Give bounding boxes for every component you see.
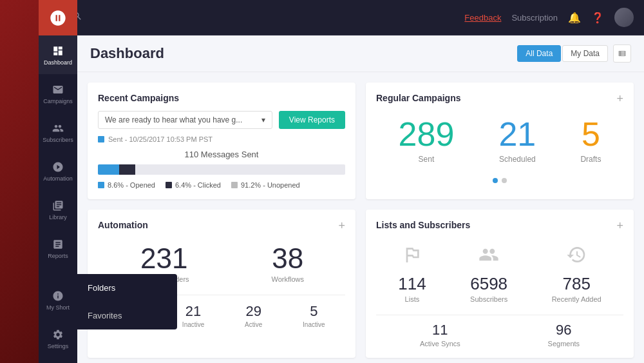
active-label: Active [245,321,262,328]
sidebar-item-reports[interactable]: Reports [39,229,77,268]
workflows-stat: 38 Workflows [272,244,305,283]
lists-icon [402,244,422,270]
recent-campaigns-card: Recent Campaigns We are ready to hear wh… [88,83,355,199]
sidebar-logo[interactable] [39,0,77,35]
active-syncs-count: 11 [420,322,460,338]
logo-icon [49,9,67,27]
subscribers-icon [52,122,64,135]
myshort-icon [52,289,64,302]
feedback-link[interactable]: Feedback [464,13,501,23]
opened-stat: 8.6% - Opened [98,181,155,189]
automation-icon [52,161,64,173]
reg-stat-drafts: 5 Drafts [580,117,601,164]
sidebar-item-myshort[interactable]: My Short [39,280,77,319]
lists-count: 114 [398,274,426,294]
progress-bar-opened [98,164,119,175]
sent-dot [98,136,104,142]
sidebar-item-dashboard[interactable]: Dashboard [39,35,77,74]
settings-icon [52,328,64,341]
carousel-dot-2[interactable] [502,178,507,183]
carousel-dots [376,178,623,183]
dashboard-icon [52,44,64,57]
reg-stat-sent: 289 Sent [399,117,455,164]
automation-add[interactable]: + [338,220,345,231]
campaign-controls: We are ready to hear what you have g... … [98,111,345,129]
reports-icon [52,238,64,251]
unopened-dot [231,182,238,188]
recent-campaigns-title: Recent Campaigns [98,93,345,103]
drafts-label: Drafts [580,155,601,164]
inactive-label: Inactive [182,321,204,328]
active-syncs-stat: 11 Active Syncs [420,322,460,348]
chevron-down-icon: ▾ [261,115,265,124]
inactive-stat: 21 Inactive [182,303,204,328]
subscription-link[interactable]: Subscription [511,13,558,23]
sent-count: 289 [399,117,455,151]
subscribers-count: 6598 [470,274,507,294]
progress-bar-clicked [119,164,135,175]
clicked-dot [166,182,172,188]
main-header: Dashboard All Data My Data [77,35,644,72]
campaign-stats-row: 8.6% - Opened 6.4% - Clicked 91.2% - Uno… [98,181,345,189]
segments-label: Segments [548,340,580,348]
active-syncs-label: Active Syncs [420,340,460,348]
notification-icon[interactable]: 🔔 [568,12,581,24]
campaign-select[interactable]: We are ready to hear what you have g... … [98,111,272,129]
active-stat: 29 Active [245,303,262,328]
lists-sub-stats: 11 Active Syncs 96 Segments [376,315,623,348]
segments-stat: 96 Segments [548,322,580,348]
campaign-progress-bar [98,164,345,175]
scheduled-label: Scheduled [498,155,536,164]
sent-label: Sent [399,155,455,164]
inactive2-count: 5 [303,303,325,320]
clicked-stat: 6.4% - Clicked [166,181,221,189]
unopened-stat: 91.2% - Unopened [231,181,300,189]
sidebar-item-library[interactable]: Library [39,190,77,229]
user-avatar[interactable] [614,8,634,27]
sidebar-item-automation[interactable]: Automation [39,152,77,190]
regular-campaigns-add[interactable]: + [616,93,623,104]
view-reports-button[interactable]: View Reports [279,111,345,129]
autoresponders-count: 231 [139,244,189,273]
sidebar-item-subscribers[interactable]: Subscribers [39,113,77,152]
sidebar: Dashboard Campaigns Subscribers Automati… [39,0,77,363]
sidebar-item-campaigns[interactable]: Campaigns [39,74,77,113]
sidebar-item-settings[interactable]: Settings [39,319,77,358]
dropdown-folders[interactable]: Folders [77,274,177,302]
campaign-sent-info: Sent - 10/25/2017 10:53 PM PST [98,135,345,143]
lists-stats: 114 Lists 6598 Subscribers 785 Recently … [376,238,623,309]
inactive-count: 21 [182,303,204,320]
campaigns-icon [52,83,64,96]
tab-my-data[interactable]: My Data [562,45,608,62]
subscribers-stat: 6598 Subscribers [470,244,507,303]
recently-added-count: 785 [563,274,591,294]
carousel-dot-1[interactable] [493,178,498,183]
lists-title: Lists and Subscribers [376,220,623,230]
inactive2-stat: 5 Inactive [303,303,325,328]
inactive2-label: Inactive [303,321,325,328]
segments-count: 96 [548,322,580,338]
workflows-label: Workflows [272,275,305,283]
recently-added-icon [566,244,587,270]
top-navigation: + Feedback Subscription 🔔 ❓ [39,0,644,35]
active-count: 29 [245,303,262,320]
subscribers-list-icon [478,244,499,270]
opened-dot [98,182,104,188]
recently-added-label: Recently Added [552,295,601,303]
columns-icon[interactable] [613,44,631,63]
recently-added-stat: 785 Recently Added [552,244,601,303]
tab-all-data[interactable]: All Data [517,45,561,62]
workflows-count: 38 [272,244,305,273]
dropdown-menu: Folders Favorites [77,274,177,329]
regular-campaigns-stats: 289 Sent 21 Scheduled 5 Drafts [376,111,623,170]
help-icon[interactable]: ❓ [591,12,604,24]
lists-count-stat: 114 Lists [398,244,426,303]
header-tabs: All Data My Data [517,44,631,63]
dropdown-favorites[interactable]: Favorites [77,302,177,329]
messages-sent-label: 110 Messages Sent [98,150,345,159]
lists-add[interactable]: + [616,220,623,231]
library-icon [52,199,64,212]
drafts-count: 5 [580,117,601,151]
reg-stat-scheduled: 21 Scheduled [498,117,536,164]
lists-label: Lists [405,295,420,303]
